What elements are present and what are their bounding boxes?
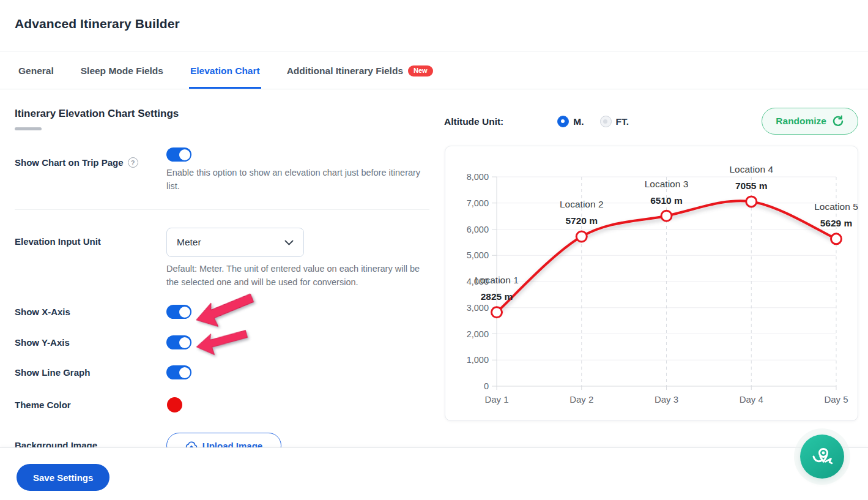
show-y-axis-label-row: Show Y-Axis — [15, 337, 70, 348]
footer-bar: Save Settings — [0, 447, 868, 500]
tab-additional-itinerary-fields[interactable]: Additional Itinerary Fields New — [286, 65, 434, 89]
y-tick-label: 6,000 — [467, 225, 489, 234]
upload-image-button[interactable]: Upload Image — [166, 433, 281, 447]
background-image-label: Background Image — [15, 440, 97, 447]
altitude-unit-label: Altitude Unit: — [444, 116, 503, 127]
show-x-axis-label-row: Show X-Axis — [15, 307, 70, 317]
annotation-arrow-y-axis — [194, 326, 251, 359]
page-title: Advanced Itinerary Builder — [15, 17, 180, 31]
show-y-axis-label: Show Y-Axis — [15, 337, 70, 348]
show-y-axis-toggle[interactable] — [166, 335, 191, 349]
section-title-underline — [15, 127, 42, 130]
show-line-graph-label-row: Show Line Graph — [15, 367, 90, 378]
tab-label: Sleep Mode Fields — [81, 65, 163, 76]
x-tick-label: Day 2 — [569, 394, 593, 405]
input-unit-label: Elevation Input Unit — [15, 236, 101, 247]
theme-color-swatch[interactable] — [167, 397, 182, 412]
toggle-knob — [179, 307, 190, 318]
show-x-axis-label: Show X-Axis — [15, 307, 70, 317]
y-tick-label: 0 — [484, 381, 489, 391]
elevation-line-chart: 01,0002,0003,0004,0005,0006,0007,0008,00… — [445, 146, 859, 422]
point-value-label: 5720 m — [565, 215, 598, 226]
x-tick-label: Day 5 — [824, 394, 848, 405]
point-value-label: 2825 m — [481, 291, 513, 302]
annotation-arrow-x-axis — [191, 289, 259, 334]
point-location-label: Location 1 — [475, 275, 519, 285]
tab-bar: General Sleep Mode Fields Elevation Char… — [0, 51, 868, 89]
data-point — [576, 231, 587, 242]
chart-preview-panel: Altitude Unit: M. FT. Randomize 01,0002,… — [444, 89, 859, 447]
toggle-knob — [179, 337, 190, 348]
data-point — [661, 211, 672, 221]
randomize-label: Randomize — [776, 116, 826, 127]
upload-image-label: Upload Image — [202, 441, 262, 448]
data-point — [492, 307, 502, 318]
radio-label: FT. — [616, 116, 629, 127]
point-value-label: 7055 m — [735, 181, 768, 191]
toggle-knob — [179, 367, 190, 378]
point-location-label: Location 5 — [814, 201, 858, 212]
section-title: Itinerary Elevation Chart Settings — [15, 108, 179, 120]
travel-brand-floating-button[interactable] — [800, 435, 844, 479]
elevation-chart-card: 01,0002,0003,0004,0005,0006,0007,0008,00… — [445, 146, 858, 421]
tab-elevation-chart[interactable]: Elevation Chart — [189, 65, 261, 89]
divider — [15, 209, 429, 210]
radio-option-meters[interactable]: M. — [557, 116, 584, 127]
radio-unselected-icon — [600, 116, 612, 127]
show-chart-description: Enable this option to show an elevation … — [166, 166, 426, 193]
point-value-label: 5629 m — [820, 218, 853, 228]
elevation-unit-select[interactable]: Meter — [166, 228, 304, 257]
point-location-label: Location 2 — [560, 199, 604, 209]
tab-label: General — [18, 65, 54, 76]
tab-sleep-mode-fields[interactable]: Sleep Mode Fields — [80, 65, 165, 89]
y-tick-label: 7,000 — [467, 198, 489, 208]
theme-color-label: Theme Color — [15, 400, 71, 410]
randomize-button[interactable]: Randomize — [762, 108, 858, 135]
data-point — [831, 234, 842, 244]
chevron-down-icon — [284, 240, 294, 245]
x-tick-label: Day 4 — [740, 394, 763, 405]
radio-option-feet[interactable]: FT. — [600, 116, 629, 127]
show-line-graph-toggle[interactable] — [166, 365, 191, 379]
data-point — [746, 196, 757, 207]
cloud-upload-icon — [185, 441, 198, 447]
question-circle-icon[interactable]: ? — [128, 157, 138, 168]
input-unit-description: Default: Meter. The unit of entered valu… — [166, 262, 426, 289]
background-image-label-row: Background Image — [15, 440, 97, 447]
x-tick-label: Day 1 — [484, 394, 508, 405]
toggle-knob — [179, 149, 190, 160]
y-tick-label: 3,000 — [467, 303, 489, 313]
page-header: Advanced Itinerary Builder — [0, 0, 868, 51]
point-location-label: Location 3 — [645, 179, 689, 189]
elevation-chart-settings-panel: Itinerary Elevation Chart Settings Show … — [15, 89, 429, 447]
show-x-axis-toggle[interactable] — [166, 305, 191, 319]
point-location-label: Location 4 — [729, 164, 773, 174]
radio-label: M. — [573, 116, 584, 127]
radio-selected-icon — [557, 116, 569, 127]
refresh-icon — [832, 115, 844, 127]
advanced-itinerary-builder-page: Advanced Itinerary Builder General Sleep… — [0, 0, 868, 500]
show-chart-toggle[interactable] — [166, 147, 191, 162]
show-chart-label: Show Chart on Trip Page — [15, 157, 124, 168]
show-chart-label-row: Show Chart on Trip Page ? — [15, 157, 138, 168]
selected-unit-value: Meter — [177, 237, 201, 248]
tab-label: Elevation Chart — [190, 65, 260, 76]
tab-label: Additional Itinerary Fields — [287, 65, 403, 76]
show-line-graph-label: Show Line Graph — [15, 367, 90, 378]
new-badge: New — [408, 65, 433, 76]
y-tick-label: 1,000 — [467, 355, 489, 365]
input-unit-label-row: Elevation Input Unit — [15, 236, 101, 247]
y-tick-label: 5,000 — [467, 250, 489, 260]
map-pin-plane-icon — [809, 443, 836, 470]
x-tick-label: Day 3 — [655, 394, 678, 405]
y-tick-label: 2,000 — [467, 329, 489, 339]
y-tick-label: 8,000 — [467, 172, 489, 182]
tab-general[interactable]: General — [17, 65, 55, 89]
save-settings-button[interactable]: Save Settings — [17, 464, 109, 491]
theme-color-label-row: Theme Color — [15, 400, 71, 410]
point-value-label: 6510 m — [650, 195, 683, 206]
